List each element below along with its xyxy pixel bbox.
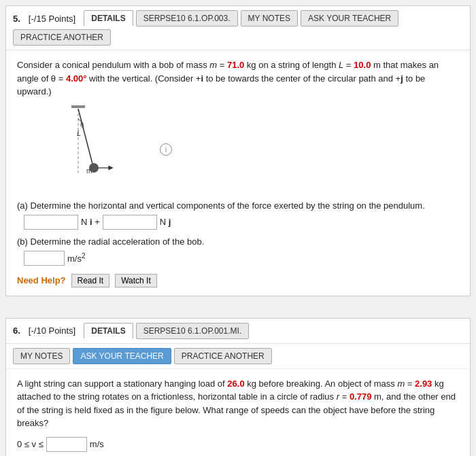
watch-it-btn-5[interactable]: Watch It: [115, 274, 157, 287]
problem-5-points: [-/15 Points]: [29, 14, 75, 24]
mass1-value-6: 26.0: [227, 379, 244, 389]
parta-input-row: N i + N j: [17, 215, 459, 230]
problem-5-text: Consider a conical pendulum with a bob o…: [17, 58, 459, 99]
problem-5-number: 5.: [13, 14, 20, 24]
speed-input-6[interactable]: [46, 437, 87, 452]
partb-unit: m/s2: [67, 252, 86, 264]
svg-line-1: [78, 109, 93, 166]
problem-5-card: 5. [-/15 Points] DETAILS SERPSE10 6.1.OP…: [5, 5, 471, 296]
problem-6-card: 6. [-/10 Points] DETAILS SERPSE10 6.1.OP…: [5, 318, 471, 457]
mass2-value-6: 2.93: [415, 379, 432, 389]
problem-6-points: [-/10 Points]: [29, 326, 75, 336]
problem-6-header: 6. [-/10 Points] DETAILS SERPSE10 6.1.OP…: [6, 319, 470, 344]
angle-value-5: 4.00°: [66, 73, 87, 84]
tab-mynotes-6[interactable]: MY NOTES: [13, 348, 70, 364]
speed-label-6: 0 ≤ v ≤: [17, 439, 44, 449]
tab-mynotes-5[interactable]: MY NOTES: [241, 10, 298, 27]
problem-6-tabs-row2: MY NOTES ASK YOUR TEACHER PRACTICE ANOTH…: [6, 344, 470, 369]
tab-askteacher-5[interactable]: ASK YOUR TEACHER: [301, 10, 398, 27]
svg-text:θ: θ: [80, 122, 84, 128]
tab-code-5[interactable]: SERPSE10 6.1.OP.003.: [136, 10, 238, 27]
parta-input1[interactable]: [24, 215, 78, 230]
partb-question-5: (b) Determine the radial acceleration of…: [17, 236, 459, 247]
parta-unit1: N i +: [81, 217, 100, 227]
problem-6-text: A light string can support a stationary …: [17, 377, 459, 430]
radius-value-6: 0.779: [350, 391, 372, 402]
parta-question-5: (a) Determine the horizontal and vertica…: [17, 200, 459, 211]
need-help-label-5: Need Help?: [17, 275, 66, 285]
info-icon-5[interactable]: i: [160, 143, 172, 156]
svg-rect-7: [71, 105, 85, 108]
tab-details-6[interactable]: DETAILS: [84, 323, 133, 339]
mass-value-5: 71.0: [227, 60, 244, 70]
spacer: [0, 302, 476, 313]
speed-input-row-6: 0 ≤ v ≤ m/s: [17, 437, 459, 452]
pendulum-svg: L θ m: [37, 105, 119, 194]
svg-text:L: L: [77, 129, 81, 137]
problem-5-body: Consider a conical pendulum with a bob o…: [6, 50, 470, 296]
parta-unit2: N j: [160, 217, 171, 227]
parta-input2[interactable]: [103, 215, 157, 230]
need-help-row-5: Need Help? Read It Watch It: [17, 274, 459, 287]
problem-6-number: 6.: [13, 326, 20, 336]
speed-unit-6: m/s: [90, 439, 104, 449]
length-value-5: 10.0: [354, 60, 371, 70]
svg-point-5: [89, 163, 99, 173]
problem-5-header: 5. [-/15 Points] DETAILS SERPSE10 6.1.OP…: [6, 6, 470, 50]
partb-input[interactable]: [24, 251, 65, 266]
problem-6-body: A light string can support a stationary …: [6, 369, 470, 457]
tab-details-5[interactable]: DETAILS: [84, 10, 133, 27]
pendulum-figure: L θ m: [37, 105, 459, 194]
tab-askteacher-6[interactable]: ASK YOUR TEACHER: [73, 348, 171, 364]
tab-practice-5[interactable]: PRACTICE ANOTHER: [13, 29, 111, 46]
tab-practice-6[interactable]: PRACTICE ANOTHER: [174, 348, 272, 364]
tab-code-6[interactable]: SERPSE10 6.1.OP.001.MI.: [136, 323, 250, 339]
read-it-btn-5[interactable]: Read It: [71, 274, 110, 287]
partb-input-row: m/s2: [17, 251, 459, 266]
